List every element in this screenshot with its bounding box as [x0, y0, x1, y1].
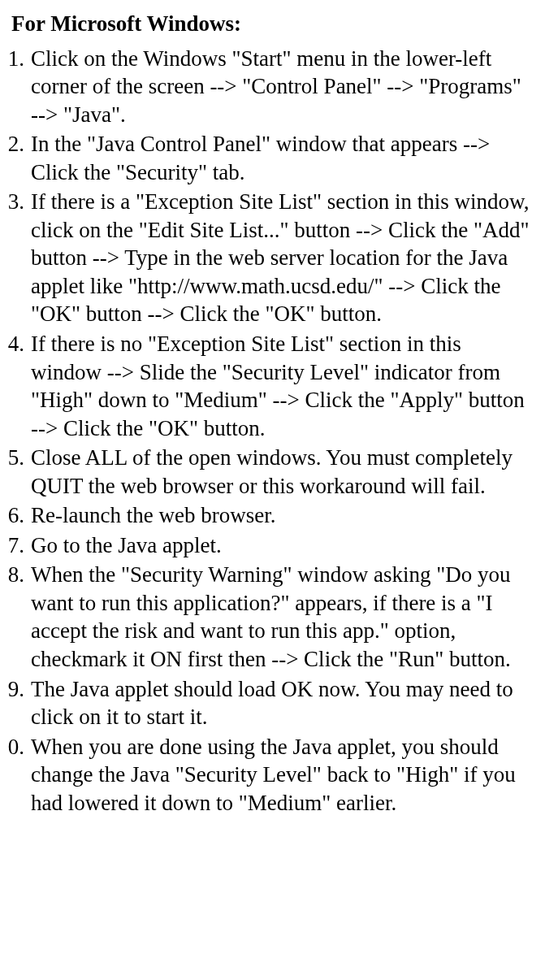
item-number: 3. — [5, 188, 24, 216]
item-text: The Java applet should load OK now. You … — [31, 677, 513, 730]
item-number: 1. — [5, 45, 24, 73]
list-item: 4. If there is no "Exception Site List" … — [5, 330, 534, 442]
item-text: In the "Java Control Panel" window that … — [31, 132, 490, 184]
list-item: 0. When you are done using the Java appl… — [5, 733, 534, 817]
list-item: 3. If there is a "Exception Site List" s… — [5, 188, 534, 328]
list-item: 1. Click on the Windows "Start" menu in … — [5, 45, 534, 129]
item-number: 0. — [5, 733, 24, 761]
item-text: When you are done using the Java applet,… — [31, 735, 516, 815]
item-number: 6. — [5, 501, 24, 530]
item-text: If there is a "Exception Site List" sect… — [31, 189, 530, 326]
list-item: 5. Close ALL of the open windows. You mu… — [5, 444, 534, 500]
section-heading: For Microsoft Windows: — [11, 10, 534, 38]
item-text: Re-launch the web browser. — [31, 503, 275, 527]
item-text: When the "Security Warning" window askin… — [31, 562, 511, 671]
item-text: If there is no "Exception Site List" sec… — [31, 332, 525, 440]
instructions-list: 1. Click on the Windows "Start" menu in … — [5, 45, 534, 817]
list-item: 6. Re-launch the web browser. — [5, 501, 534, 530]
item-number: 8. — [5, 561, 24, 589]
list-item: 7. Go to the Java applet. — [5, 531, 534, 560]
item-number: 4. — [5, 330, 24, 358]
item-number: 7. — [5, 531, 24, 560]
item-number: 5. — [5, 444, 24, 472]
list-item: 2. In the "Java Control Panel" window th… — [5, 130, 534, 186]
item-text: Close ALL of the open windows. You must … — [31, 445, 513, 498]
list-item: 8. When the "Security Warning" window as… — [5, 561, 534, 673]
list-item: 9. The Java applet should load OK now. Y… — [5, 675, 534, 731]
item-number: 9. — [5, 675, 24, 704]
item-number: 2. — [5, 130, 24, 158]
item-text: Go to the Java applet. — [31, 533, 222, 557]
item-text: Click on the Windows "Start" menu in the… — [31, 46, 521, 127]
